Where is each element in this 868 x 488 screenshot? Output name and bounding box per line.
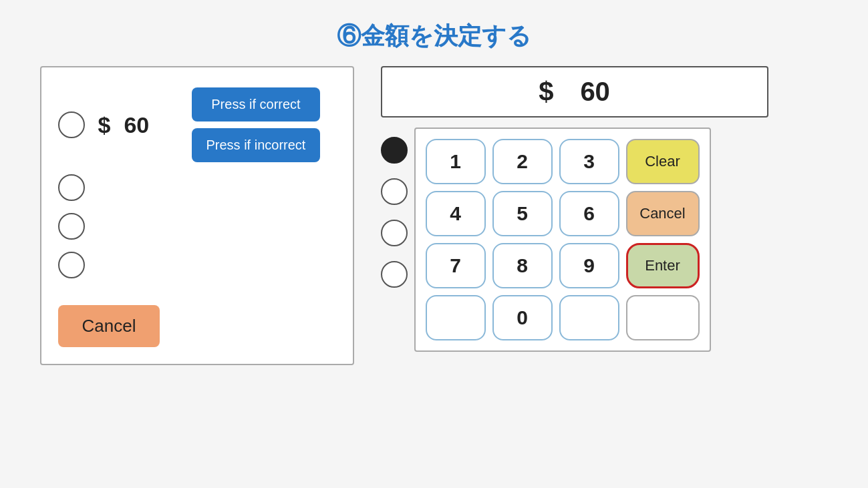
numpad-btn-2[interactable]: 2 xyxy=(492,139,553,184)
press-if-correct-button[interactable]: Press if correct xyxy=(192,87,321,121)
correct-incorrect-col: Press if correct Press if incorrect xyxy=(192,87,321,162)
side-buttons: Clear Cancel Enter xyxy=(626,139,700,340)
left-row-3 xyxy=(58,213,336,240)
numpad-dot-3[interactable] xyxy=(381,220,408,246)
side-empty-slot xyxy=(626,295,700,340)
main-content: $ 60 Press if correct Press if incorrect xyxy=(40,66,829,365)
left-row-4 xyxy=(58,252,336,278)
numpad-btn-3[interactable]: 3 xyxy=(559,139,619,184)
dot-column xyxy=(381,128,408,288)
numpad-btn-0[interactable]: 0 xyxy=(492,295,553,340)
numpad-btn-5[interactable]: 5 xyxy=(492,191,553,236)
enter-button[interactable]: Enter xyxy=(626,243,700,288)
right-panel: $ 60 1 2 3 xyxy=(381,66,768,352)
numpad-grid: 1 2 3 4 5 6 7 8 9 0 xyxy=(426,139,619,340)
numpad-btn-6[interactable]: 6 xyxy=(559,191,619,236)
radio-2[interactable] xyxy=(58,174,85,201)
left-row-1: $ 60 Press if correct Press if incorrect xyxy=(58,87,336,162)
numpad-btn-4[interactable]: 4 xyxy=(426,191,486,236)
page-title: ⑥金額を決定する xyxy=(337,20,531,53)
left-dollar-sign: $ xyxy=(98,112,111,138)
cancel-button-left[interactable]: Cancel xyxy=(58,305,160,347)
left-panel-rows: $ 60 Press if correct Press if incorrect xyxy=(58,87,336,278)
numpad-btn-8[interactable]: 8 xyxy=(492,243,553,288)
radio-4[interactable] xyxy=(58,252,85,278)
press-if-incorrect-button[interactable]: Press if incorrect xyxy=(192,128,321,162)
numpad-dot-1[interactable] xyxy=(381,137,408,164)
numpad-dot-4[interactable] xyxy=(381,261,408,288)
display-dollar-sign: $ xyxy=(539,77,553,107)
numpad-btn-empty-left[interactable] xyxy=(426,295,486,340)
clear-button[interactable]: Clear xyxy=(626,139,700,184)
numpad-btn-1[interactable]: 1 xyxy=(426,139,486,184)
display-amount-value: 60 xyxy=(580,77,610,107)
amount-box: $ 60 xyxy=(381,66,768,117)
numpad-btn-empty-right[interactable] xyxy=(559,295,619,340)
radio-3[interactable] xyxy=(58,213,85,240)
numpad-area: 1 2 3 4 5 6 7 8 9 0 xyxy=(414,128,711,352)
left-panel: $ 60 Press if correct Press if incorrect xyxy=(40,66,354,365)
numpad-btn-9[interactable]: 9 xyxy=(559,243,619,288)
cancel-button-right[interactable]: Cancel xyxy=(626,191,700,236)
numpad-dot-2[interactable] xyxy=(381,178,408,205)
left-amount-value: 60 xyxy=(124,112,149,138)
numpad-btn-7[interactable]: 7 xyxy=(426,243,486,288)
left-amount-display: $ 60 xyxy=(98,112,178,138)
radio-1[interactable] xyxy=(58,111,85,138)
numpad-wrapper: 1 2 3 4 5 6 7 8 9 0 xyxy=(381,128,768,352)
left-row-2 xyxy=(58,174,336,201)
cancel-btn-wrapper: Cancel xyxy=(58,298,336,347)
